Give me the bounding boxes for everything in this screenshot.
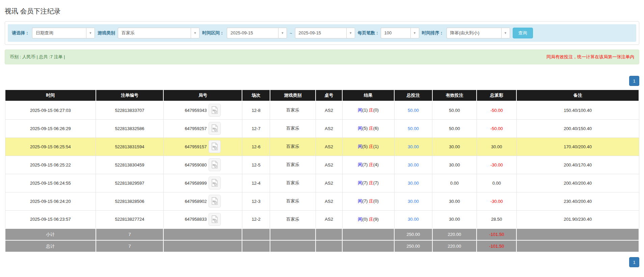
cell-session: 12-8 (242, 101, 270, 119)
cell-payout: -30.00 (477, 192, 516, 210)
total-bet-link[interactable]: 30.00 (408, 181, 419, 186)
cell-bet-no: 522813827724 (96, 210, 164, 228)
result-player-value: (7) (362, 162, 368, 167)
valid-bet-sum: 220.00 (432, 228, 477, 240)
cell-payout: -50.00 (477, 119, 516, 137)
date-from-value[interactable]: 2025-09-15 (227, 28, 278, 38)
query-type-select[interactable]: 日期查询 ▼ (32, 28, 95, 38)
round-number: 647958999 (185, 181, 207, 186)
cell-result: 闲(5) 庄(1) (342, 137, 394, 156)
cell-valid-bet: 50.00 (432, 101, 477, 119)
date-to-value[interactable]: 2025-09-15 (295, 28, 346, 38)
table-row: 2025-09-15 06:23:57 522813827724 6479588… (5, 210, 639, 228)
total-bet-link[interactable]: 30.00 (408, 144, 419, 149)
col-header-bet-no: 注单编号 (96, 90, 164, 101)
range-separator: ~ (290, 31, 292, 36)
video-replay-button[interactable] (209, 104, 221, 117)
filter-label-select: 请选择： (12, 30, 29, 36)
round-number: 647959080 (185, 162, 207, 167)
result-player-value: (1) (362, 107, 368, 113)
cell-game-type: 百家乐 (270, 192, 316, 210)
cell-game-type: 百家乐 (270, 210, 316, 228)
video-file-icon (211, 215, 218, 223)
cell-result: 闲(7) 庄(4) (342, 156, 394, 174)
result-banker-label: 庄 (369, 162, 373, 167)
cell-total-bet: 30.00 (394, 174, 432, 192)
result-player-label: 闲 (358, 162, 362, 167)
cell-time: 2025-09-15 06:24:20 (5, 192, 96, 210)
video-file-icon (211, 106, 218, 114)
total-bet-link[interactable]: 30.00 (408, 199, 419, 204)
page-1-button[interactable]: 1 (629, 76, 639, 86)
video-replay-button[interactable] (209, 177, 221, 189)
summary-bar: 币别 : 人民币 | 总共 :7 注单 | 同局有效投注，统一计算在该局第一张注… (5, 50, 639, 64)
cell-remark: 150.40/100.40 (516, 101, 639, 119)
total-label: 小计 (5, 228, 96, 240)
valid-bet-sum: 220.00 (432, 240, 477, 252)
result-banker-value: (1) (373, 144, 379, 149)
date-to-input[interactable]: 2025-09-15 ▼ (295, 28, 355, 38)
cell-total-bet: 30.00 (394, 210, 432, 228)
page-size-value[interactable]: 100 (381, 28, 410, 38)
chevron-down-icon[interactable]: ▼ (346, 28, 355, 38)
video-replay-button[interactable] (209, 140, 221, 153)
col-header-payout: 总派彩 (477, 90, 516, 101)
round-number: 647959257 (185, 126, 207, 131)
date-from-input[interactable]: 2025-09-15 ▼ (227, 28, 287, 38)
result-banker-value: (6) (373, 126, 379, 131)
cell-payout: -50.00 (477, 101, 516, 119)
cell-valid-bet: 30.00 (432, 156, 477, 174)
time-sort-value[interactable]: 降幂(由大到小) (447, 28, 501, 38)
time-sort-select[interactable]: 降幂(由大到小) ▼ (447, 28, 510, 38)
total-row: 小计 7 250.00 220.00 -101.50 (5, 228, 639, 240)
cell-game-type: 百家乐 (270, 119, 316, 137)
cell-remark: 200.40/200.40 (516, 174, 639, 192)
table-row: 2025-09-15 06:25:54 522813831594 6479591… (5, 137, 639, 156)
video-replay-button[interactable] (209, 158, 221, 171)
result-player-value: (0) (362, 217, 368, 222)
chevron-down-icon[interactable]: ▼ (191, 28, 199, 38)
chevron-down-icon[interactable]: ▼ (86, 28, 95, 38)
round-number: 647959157 (185, 144, 207, 149)
chevron-down-icon[interactable]: ▼ (501, 28, 510, 38)
game-type-value[interactable]: 百家乐 (118, 28, 191, 38)
page-1-button[interactable]: 1 (629, 257, 639, 267)
chevron-down-icon[interactable]: ▼ (410, 28, 419, 38)
total-bet-link[interactable]: 30.00 (408, 162, 419, 167)
cell-valid-bet: 0.00 (432, 174, 477, 192)
query-type-value[interactable]: 日期查询 (32, 28, 86, 38)
cell-payout: 0.00 (477, 174, 516, 192)
cell-session: 12-5 (242, 156, 270, 174)
cell-game-type: 百家乐 (270, 174, 316, 192)
total-bet-link[interactable]: 50.00 (408, 126, 419, 131)
cell-round-no: 647959257 (163, 119, 242, 137)
result-banker-value: (4) (373, 162, 379, 167)
filter-label-range: 时间区间： (202, 30, 224, 36)
search-button[interactable]: 查询 (513, 28, 533, 38)
total-bet-link[interactable]: 50.00 (408, 108, 419, 113)
page-title: 视讯 会员下注纪录 (5, 7, 639, 16)
total-bet-link[interactable]: 30.00 (408, 217, 419, 222)
video-file-icon (211, 179, 218, 187)
video-replay-button[interactable] (209, 195, 221, 208)
chevron-down-icon[interactable]: ▼ (278, 28, 287, 38)
filter-bar: 请选择： 日期查询 ▼ 游戏类别 百家乐 ▼ 时间区间： 2025-09-15 … (8, 24, 636, 42)
page-size-select[interactable]: 100 ▼ (381, 28, 419, 38)
result-banker-value: (9) (373, 217, 379, 222)
cell-payout: 30.00 (477, 137, 516, 156)
table-row: 2025-09-15 06:25:22 522813830459 6479590… (5, 156, 639, 174)
result-banker-value: (7) (373, 180, 379, 185)
cell-table-no: AS2 (316, 137, 342, 156)
video-replay-button[interactable] (209, 213, 221, 226)
cell-time: 2025-09-15 06:25:54 (5, 137, 96, 156)
result-banker-label: 庄 (369, 180, 373, 185)
game-type-select[interactable]: 百家乐 ▼ (118, 28, 199, 38)
cell-game-type: 百家乐 (270, 156, 316, 174)
result-banker-label: 庄 (369, 107, 373, 113)
result-banker-value: (0) (373, 198, 379, 204)
video-replay-button[interactable] (209, 122, 221, 135)
result-player-label: 闲 (358, 144, 362, 149)
table-row: 2025-09-15 06:27:03 522813833707 6479593… (5, 101, 639, 119)
cell-round-no: 647959343 (163, 101, 242, 119)
total-bet-sum: 250.00 (394, 228, 432, 240)
